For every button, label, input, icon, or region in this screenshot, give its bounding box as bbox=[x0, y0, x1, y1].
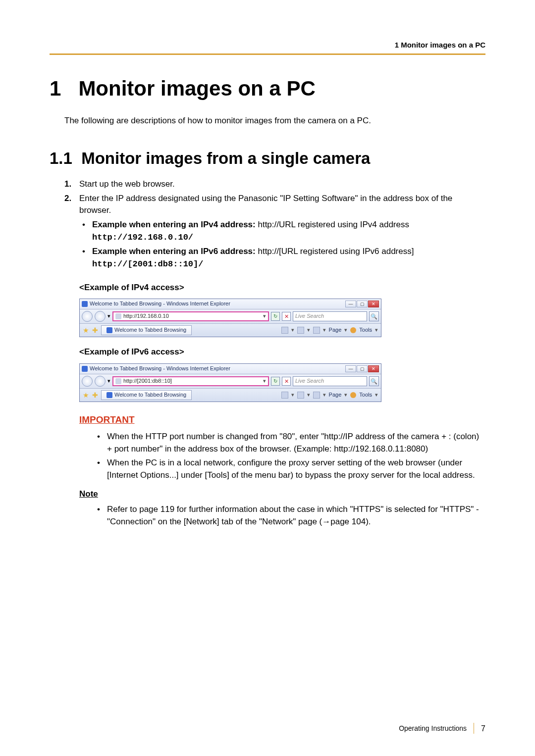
refresh-button[interactable]: ↻ bbox=[271, 377, 280, 386]
back-button[interactable] bbox=[82, 376, 93, 387]
address-text: http://[2001:db8::10] bbox=[123, 377, 172, 385]
tools-icon bbox=[350, 392, 356, 398]
maximize-button[interactable]: ▢ bbox=[357, 365, 368, 372]
refresh-button[interactable]: ↻ bbox=[271, 312, 280, 321]
close-button[interactable]: ✕ bbox=[368, 365, 379, 372]
favorites-star-icon[interactable]: ★ bbox=[83, 390, 89, 400]
forward-button[interactable] bbox=[95, 376, 106, 387]
ipv6-example-heading: <Example of IPv6 access> bbox=[79, 346, 485, 358]
close-button[interactable]: ✕ bbox=[368, 301, 379, 307]
bullet-dot: • bbox=[79, 219, 92, 244]
tools-icon bbox=[350, 327, 356, 333]
address-dropdown-icon[interactable]: ▾ bbox=[263, 377, 266, 385]
example-code: http://192.168.0.10/ bbox=[92, 233, 193, 242]
dropdown-icon[interactable]: ▾ bbox=[291, 326, 294, 334]
ie-icon bbox=[82, 366, 88, 372]
favorites-star-icon[interactable]: ★ bbox=[83, 325, 89, 335]
running-header: 1 Monitor images on a PC bbox=[50, 40, 485, 53]
note-list: •Refer to page 119 for further informati… bbox=[94, 504, 485, 528]
feeds-icon[interactable] bbox=[297, 327, 304, 334]
tab-label: Welcome to Tabbed Browsing bbox=[114, 391, 186, 399]
page-icon bbox=[115, 378, 121, 384]
step-item: 2. Enter the IP address designated using… bbox=[64, 193, 485, 273]
note-heading: Note bbox=[79, 488, 485, 501]
address-dropdown-icon[interactable]: ▾ bbox=[263, 312, 266, 320]
step-text-inner: Enter the IP address designated using th… bbox=[79, 194, 452, 215]
ie-screenshot-ipv4: Welcome to Tabbed Browsing - Windows Int… bbox=[79, 299, 381, 337]
add-favorites-icon[interactable]: ✚ bbox=[92, 390, 98, 400]
important-list: •When the HTTP port number is changed fr… bbox=[94, 431, 485, 482]
ie-tab-row: ★ ✚ Welcome to Tabbed Browsing ▾ ▾ ▾ Pag… bbox=[80, 389, 381, 402]
section-number: 1.1 bbox=[50, 149, 72, 167]
footer-page-number: 7 bbox=[481, 723, 485, 734]
nav-dropdown[interactable]: ▾ bbox=[107, 312, 110, 320]
home-icon[interactable] bbox=[281, 327, 288, 334]
ie-screenshot-ipv6: Welcome to Tabbed Browsing - Windows Int… bbox=[79, 363, 381, 402]
ie-address-row: ▾ http://192.168.0.10 ▾ ↻ ✕ Live Search … bbox=[80, 309, 381, 324]
chapter-number: 1 bbox=[50, 77, 61, 100]
page-menu[interactable]: Page bbox=[329, 391, 342, 399]
example-bullets: • Example when entering an IPv4 address:… bbox=[79, 219, 485, 271]
tab-label: Welcome to Tabbed Browsing bbox=[114, 326, 186, 334]
footer-label: Operating Instructions bbox=[399, 723, 467, 733]
important-item: •When the HTTP port number is changed fr… bbox=[94, 431, 485, 455]
chapter-title: 1 Monitor images on a PC bbox=[50, 74, 485, 104]
search-input[interactable]: Live Search bbox=[293, 376, 367, 386]
print-icon[interactable] bbox=[313, 392, 320, 399]
maximize-button[interactable]: ▢ bbox=[357, 301, 368, 307]
browser-tab[interactable]: Welcome to Tabbed Browsing bbox=[101, 325, 192, 335]
example-body: Example when entering an IPv6 address: h… bbox=[92, 246, 414, 270]
page-footer: Operating Instructions 7 bbox=[399, 723, 485, 734]
page-menu[interactable]: Page bbox=[329, 326, 342, 334]
ie-title: Welcome to Tabbed Browsing - Windows Int… bbox=[82, 300, 230, 308]
step-text: Enter the IP address designated using th… bbox=[79, 193, 485, 273]
step-item: 1. Start up the web browser. bbox=[64, 178, 485, 191]
ie-title: Welcome to Tabbed Browsing - Windows Int… bbox=[82, 365, 230, 373]
ie-tab-row: ★ ✚ Welcome to Tabbed Browsing ▾ ▾ ▾ Pag… bbox=[80, 324, 381, 337]
search-input[interactable]: Live Search bbox=[293, 311, 367, 321]
example-rest: http://[URL registered using IPv6 addres… bbox=[256, 247, 414, 256]
tools-menu[interactable]: Tools bbox=[359, 391, 372, 399]
address-input[interactable]: http://192.168.0.10 ▾ bbox=[112, 311, 269, 321]
stop-button[interactable]: ✕ bbox=[282, 377, 291, 386]
page-icon bbox=[115, 313, 121, 319]
ie-titlebar: Welcome to Tabbed Browsing - Windows Int… bbox=[80, 364, 381, 374]
ipv4-example-heading: <Example of IPv4 access> bbox=[79, 282, 485, 294]
example-lead: Example when entering an IPv4 address: bbox=[92, 220, 256, 229]
dropdown-icon[interactable]: ▾ bbox=[307, 391, 310, 399]
important-text: When the PC is in a local network, confi… bbox=[107, 457, 485, 481]
chapter-text: Monitor images on a PC bbox=[78, 77, 315, 100]
stop-button[interactable]: ✕ bbox=[282, 312, 291, 321]
minimize-button[interactable]: — bbox=[345, 365, 356, 372]
address-input[interactable]: http://[2001:db8::10] ▾ bbox=[112, 376, 269, 386]
nav-dropdown[interactable]: ▾ bbox=[107, 377, 110, 385]
print-icon[interactable] bbox=[313, 327, 320, 334]
search-button[interactable]: 🔍 bbox=[369, 311, 379, 321]
dropdown-icon[interactable]: ▾ bbox=[323, 326, 326, 334]
example-code: http://[2001:db8::10]/ bbox=[92, 259, 203, 269]
forward-button[interactable] bbox=[95, 311, 106, 322]
dropdown-icon[interactable]: ▾ bbox=[291, 391, 294, 399]
ie-title-text: Welcome to Tabbed Browsing - Windows Int… bbox=[90, 300, 230, 308]
feeds-icon[interactable] bbox=[297, 392, 304, 399]
section-text: Monitor images from a single camera bbox=[81, 149, 370, 167]
tab-ie-icon bbox=[107, 327, 112, 333]
tools-menu[interactable]: Tools bbox=[359, 326, 372, 334]
dropdown-icon[interactable]: ▾ bbox=[307, 326, 310, 334]
home-icon[interactable] bbox=[281, 392, 288, 399]
step-text: Start up the web browser. bbox=[79, 178, 485, 191]
tab-ie-icon bbox=[107, 392, 112, 398]
example-item: • Example when entering an IPv6 address:… bbox=[79, 246, 485, 270]
intro-paragraph: The following are descriptions of how to… bbox=[64, 115, 485, 127]
back-button[interactable] bbox=[82, 311, 93, 322]
minimize-button[interactable]: — bbox=[345, 301, 356, 307]
example-lead: Example when entering an IPv6 address: bbox=[92, 247, 256, 256]
add-favorites-icon[interactable]: ✚ bbox=[92, 325, 98, 335]
browser-tab[interactable]: Welcome to Tabbed Browsing bbox=[101, 390, 192, 400]
note-text: Refer to page 119 for further informatio… bbox=[107, 504, 485, 528]
search-button[interactable]: 🔍 bbox=[369, 376, 379, 386]
ie-title-text: Welcome to Tabbed Browsing - Windows Int… bbox=[90, 365, 230, 373]
important-text: When the HTTP port number is changed fro… bbox=[107, 431, 485, 455]
example-rest: http://URL registered using IPv4 address bbox=[256, 220, 409, 229]
dropdown-icon[interactable]: ▾ bbox=[323, 391, 326, 399]
